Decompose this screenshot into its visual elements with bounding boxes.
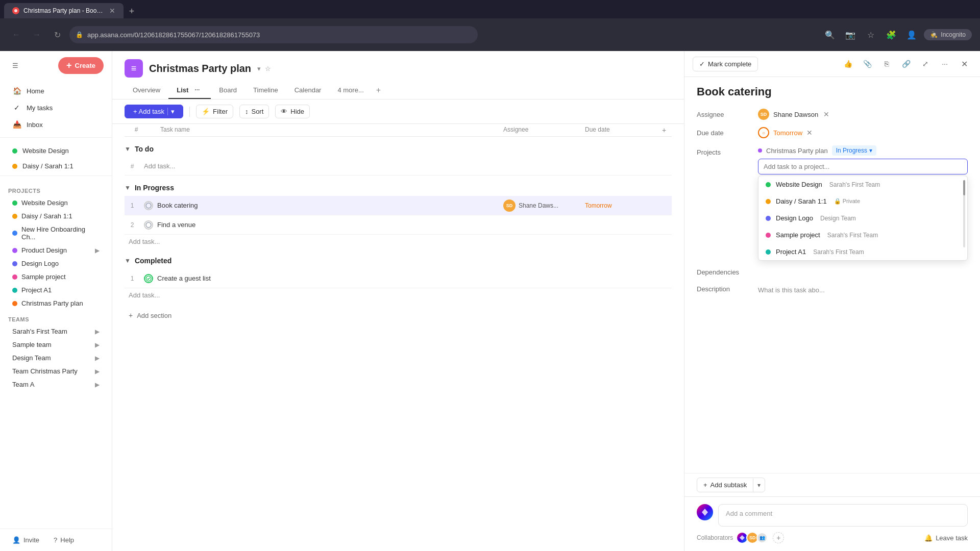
project-dropdown: Website Design Sarah's First Team Daisy … — [758, 159, 968, 174]
star-btn[interactable]: ☆ — [863, 27, 879, 43]
add-tab-btn[interactable]: + — [372, 82, 385, 99]
task-check-1[interactable] — [144, 201, 153, 210]
dropdown-item-website-design[interactable]: Website Design Sarah's First Team — [758, 176, 967, 193]
add-task-todo-label: Add task... — [140, 162, 503, 170]
due-date-remove[interactable]: ✕ — [806, 129, 813, 137]
section-header-to-do[interactable]: ▼ To do — [125, 141, 672, 157]
toolbar-divider-1 — [189, 107, 190, 117]
comment-input[interactable]: Add a comment — [718, 504, 968, 527]
add-task-in-progress[interactable]: Add task... — [125, 235, 672, 248]
invite-btn[interactable]: 👤 Invite — [8, 533, 43, 547]
panel-body: Book catering Assignee SD Shane Dawson ✕… — [684, 77, 980, 473]
sort-btn[interactable]: ↕ Sort — [239, 105, 269, 118]
svg-point-2 — [146, 222, 151, 228]
sidebar-team-sample-team[interactable]: Sample team ▶ — [4, 338, 108, 351]
like-btn[interactable]: 👍 — [840, 56, 855, 71]
dropdown-icon[interactable]: ▾ — [257, 65, 261, 72]
filter-btn[interactable]: ⚡ Filter — [196, 105, 233, 118]
add-subtask-label: Add subtask — [710, 481, 747, 489]
sidebar-project-sample[interactable]: Sample project — [4, 270, 108, 283]
active-tab[interactable]: Christmas Party plan - Book ca... ✕ — [4, 3, 124, 18]
expand-btn[interactable]: ⤢ — [918, 56, 933, 71]
sidebar-project-website-design[interactable]: Website Design — [4, 196, 108, 209]
section-header-in-progress[interactable]: ▼ In Progress — [125, 180, 672, 196]
collab-add-btn[interactable]: + — [773, 532, 784, 543]
new-tab-btn[interactable]: + — [125, 4, 139, 18]
search-btn[interactable]: 🔍 — [822, 27, 838, 43]
tab-timeline[interactable]: Timeline — [245, 82, 286, 99]
description-placeholder[interactable]: What is this task abo... — [758, 283, 825, 297]
back-btn[interactable]: ← — [8, 27, 24, 43]
sidebar-team-a[interactable]: Team A ▶ — [4, 378, 108, 391]
dropdown-item-sample-project[interactable]: Sample project Sarah's First Team — [758, 227, 967, 243]
add-task-completed[interactable]: Add task... — [125, 288, 672, 302]
camera-btn[interactable]: 📷 — [842, 27, 859, 43]
create-button[interactable]: + Create — [58, 57, 104, 74]
sidebar-project-christmas[interactable]: Christmas Party plan — [4, 297, 108, 310]
add-subtask-btn[interactable]: + Add subtask — [697, 478, 753, 492]
refresh-btn[interactable]: ↻ — [49, 27, 65, 43]
sidebar-menu-btn[interactable]: ☰ — [8, 59, 22, 73]
task-row-find-venue[interactable]: 2 Find a venue — [125, 215, 672, 235]
col-add-field[interactable]: + — [656, 126, 672, 134]
task-num-2: 2 — [125, 221, 140, 229]
filter-label: Filter — [213, 108, 228, 115]
tab-board[interactable]: Board — [211, 82, 245, 99]
assignee-remove[interactable]: ✕ — [823, 110, 829, 118]
sidebar-project-a1[interactable]: Project A1 — [4, 284, 108, 296]
profile-btn[interactable]: 👤 — [903, 27, 920, 43]
add-task-btn[interactable]: + Add task ▾ — [125, 105, 183, 118]
subtask-dropdown-btn[interactable]: ▾ — [753, 479, 765, 492]
project-search-input[interactable] — [758, 159, 968, 174]
sidebar-project-daisy-sarah[interactable]: Daisy / Sarah 1:1 — [4, 210, 108, 222]
tab-list[interactable]: List ··· — [168, 82, 211, 99]
leave-task-btn[interactable]: 🔔 Leave task — [924, 534, 968, 542]
dropdown-item-daisy[interactable]: Daisy / Sarah 1:1 🔒 Private — [758, 193, 967, 210]
project-dot-sample — [12, 274, 17, 280]
tab-overview[interactable]: Overview — [125, 82, 168, 99]
add-section-btn[interactable]: + Add section — [125, 306, 672, 324]
task-check-2[interactable] — [144, 220, 153, 230]
sidebar-item-my-tasks[interactable]: ✓ My tasks — [4, 99, 108, 116]
task-check-c1[interactable] — [144, 274, 153, 283]
sidebar-team-design[interactable]: Design Team ▶ — [4, 352, 108, 364]
mark-complete-btn[interactable]: ✓ Mark complete — [693, 57, 758, 71]
sidebar-team-sarahs-first[interactable]: Sarah's First Team ▶ — [4, 325, 108, 338]
task-row-create-guest-list[interactable]: 1 Create a guest list — [125, 269, 672, 288]
hide-btn[interactable]: 👁 Hide — [275, 105, 310, 118]
link-btn[interactable]: 🔗 — [898, 56, 914, 71]
extensions-btn[interactable]: 🧩 — [883, 27, 899, 43]
sidebar-project-design-logo[interactable]: Design Logo — [4, 257, 108, 270]
tab-more[interactable]: 4 more... — [329, 82, 372, 99]
attach-btn[interactable]: 📎 — [860, 56, 875, 71]
dropdown-item-project-a1[interactable]: Project A1 Sarah's First Team — [758, 243, 967, 260]
add-task-row-todo[interactable]: # Add task... — [125, 157, 672, 176]
sidebar-item-website-design[interactable]: Website Design — [4, 143, 108, 158]
add-task-dropdown[interactable]: ▾ — [167, 108, 178, 115]
status-dropdown[interactable]: In Progress ▾ — [832, 145, 876, 156]
address-bar[interactable]: 🔒 app.asana.com/0/1206182861755067/12061… — [69, 26, 478, 43]
sidebar-item-home[interactable]: 🏠 Home — [4, 83, 108, 99]
sidebar-team-christmas-party[interactable]: Team Christmas Party ▶ — [4, 365, 108, 378]
task-row-book-catering[interactable]: 1 Book catering SD Shane Daws... Tomorro… — [125, 196, 672, 215]
sidebar-project-new-hire[interactable]: New Hire Onboarding Ch... — [4, 223, 108, 243]
task-list: # Task name Assignee Due date + ▼ To do … — [112, 124, 684, 551]
sidebar-item-inbox[interactable]: 📥 Inbox — [4, 116, 108, 133]
forward-btn[interactable]: → — [29, 27, 45, 43]
project-title: Christmas Party plan — [149, 63, 251, 74]
sidebar-label-my-tasks: My tasks — [27, 104, 53, 112]
sidebar-item-daisy-sarah[interactable]: Daisy / Sarah 1:1 — [4, 159, 108, 173]
section-header-completed[interactable]: ▼ Completed — [125, 253, 672, 269]
incognito-btn[interactable]: 🕵 Incognito — [924, 29, 972, 40]
more-btn[interactable]: ··· — [937, 56, 952, 71]
tab-close-btn[interactable]: ✕ — [109, 7, 115, 15]
task-name-cell-1: Book catering — [140, 201, 503, 210]
star-icon[interactable]: ☆ — [265, 65, 271, 72]
tab-calendar[interactable]: Calendar — [286, 82, 330, 99]
dropdown-item-design-logo[interactable]: Design Logo Design Team — [758, 210, 967, 227]
sidebar-project-product-design[interactable]: Product Design ▶ — [4, 244, 108, 257]
assignee-value: SD Shane Dawson ✕ — [758, 109, 968, 120]
help-btn[interactable]: ? Help — [50, 533, 78, 547]
panel-close-btn[interactable]: ✕ — [957, 56, 972, 71]
copy-btn[interactable]: ⎘ — [879, 56, 894, 71]
